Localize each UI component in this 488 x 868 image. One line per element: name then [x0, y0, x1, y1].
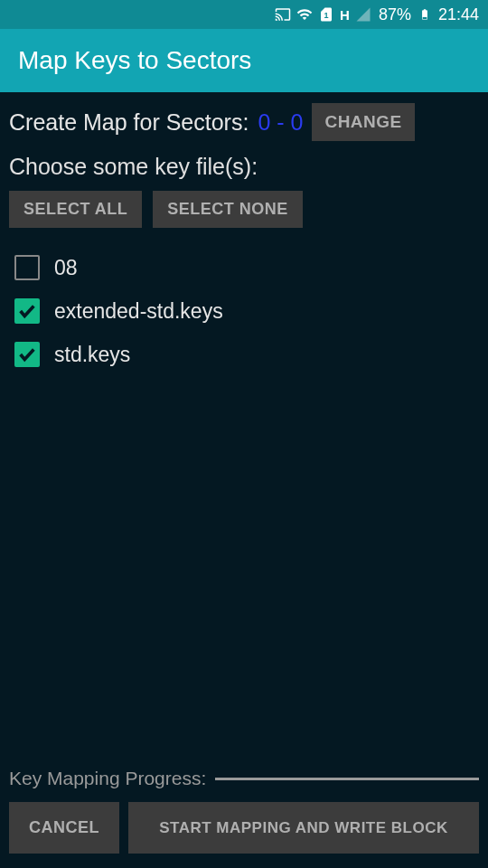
sectors-label: Create Map for Sectors:: [9, 109, 249, 136]
checkbox[interactable]: [14, 342, 40, 367]
check-icon: [17, 301, 37, 321]
start-mapping-button[interactable]: START MAPPING AND WRITE BLOCK: [128, 802, 479, 854]
checkbox[interactable]: [14, 255, 40, 280]
file-label: 08: [54, 256, 78, 280]
progress-bar: [215, 778, 479, 780]
cancel-button[interactable]: CANCEL: [9, 802, 119, 854]
signal-icon: [355, 6, 371, 23]
battery-icon: [418, 5, 431, 24]
file-item[interactable]: std.keys: [9, 333, 479, 376]
choose-label: Choose some key file(s):: [9, 154, 479, 180]
app-bar: Map Keys to Sectors: [0, 29, 488, 92]
change-button[interactable]: CHANGE: [312, 103, 414, 141]
page-title: Map Keys to Sectors: [18, 46, 251, 75]
clock: 21:44: [438, 5, 479, 24]
sim-icon: 1: [318, 6, 334, 23]
battery-pct: 87%: [379, 5, 411, 24]
check-icon: [17, 344, 37, 364]
status-bar: 1 H 87% 21:44: [0, 0, 488, 29]
file-label: std.keys: [54, 343, 130, 367]
sectors-range: 0 - 0: [258, 109, 303, 136]
wifi-icon: [296, 6, 313, 23]
footer: Key Mapping Progress: CANCEL START MAPPI…: [0, 768, 488, 868]
svg-rect-1: [423, 17, 427, 19]
main-content: Create Map for Sectors: 0 - 0 CHANGE Cho…: [0, 92, 488, 768]
cast-icon: [275, 6, 291, 23]
file-label: extended-std.keys: [54, 299, 223, 324]
progress-label: Key Mapping Progress:: [9, 768, 206, 789]
checkbox[interactable]: [14, 298, 40, 324]
status-icons: 1 H: [275, 6, 371, 23]
network-type: H: [340, 7, 350, 23]
file-list: 08extended-std.keysstd.keys: [9, 246, 479, 376]
select-all-button[interactable]: SELECT ALL: [9, 191, 142, 228]
select-none-button[interactable]: SELECT NONE: [153, 191, 303, 228]
svg-text:1: 1: [324, 11, 329, 20]
file-item[interactable]: extended-std.keys: [9, 289, 479, 333]
file-item[interactable]: 08: [9, 246, 479, 289]
